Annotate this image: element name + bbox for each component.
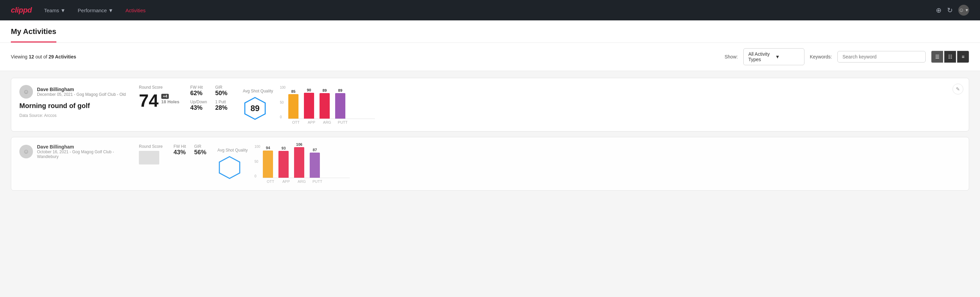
chevron-down-icon: ▼	[775, 54, 799, 59]
avatar: ☺	[19, 85, 33, 99]
view-grid-button[interactable]: ☷	[944, 51, 956, 63]
nav: clippd Teams ▼ Performance ▼ Activities …	[0, 0, 980, 21]
activity-card: ☺ Dave Billingham October 16, 2021 - Gog…	[11, 137, 969, 191]
user-icon: ☺	[23, 148, 29, 155]
round-score-label: Round Score	[139, 85, 179, 90]
round-score-section: Round Score 74 +4 18 Holes	[139, 85, 179, 109]
y-label-100: 100	[280, 86, 286, 89]
y-label-0: 0	[280, 115, 286, 119]
user-info: Dave Billingham October 16, 2021 - Gog M…	[37, 144, 128, 159]
main-content: ✎ ☺ Dave Billingham December 05, 2021 - …	[0, 71, 980, 203]
holes-text: 18 Holes	[161, 99, 179, 105]
quality-label: Avg Shot Quality	[217, 148, 248, 153]
activity-card: ✎ ☺ Dave Billingham December 05, 2021 - …	[11, 78, 969, 131]
two-stats: FW Hit 43% GIR 56%	[173, 144, 207, 156]
card-left: ☺ Dave Billingham October 16, 2021 - Gog…	[19, 144, 128, 162]
view-toggles: ☰ ☷ ≡	[931, 51, 969, 63]
user-date: December 05, 2021 - Gog Magog Golf Club …	[37, 92, 126, 97]
round-score-section: Round Score	[139, 144, 163, 164]
y-label-50: 50	[255, 160, 261, 163]
keywords-label: Keywords:	[810, 54, 832, 59]
viewing-text: Viewing 12 out of 29 Activities	[11, 54, 719, 59]
nav-left: clippd Teams ▼ Performance ▼ Activities	[11, 6, 146, 14]
user-date: October 16, 2021 - Gog Magog Golf Club -…	[37, 150, 128, 159]
user-row: ☺ Dave Billingham October 16, 2021 - Gog…	[19, 144, 128, 159]
fw-hit-stat: FW Hit 43%	[173, 144, 186, 156]
page-header: My Activities	[0, 21, 980, 43]
y-label-50: 50	[280, 101, 286, 104]
stats-grid: FW Hit 62% GIR 50% Up/Down 43% 1 Putt 28…	[190, 85, 232, 112]
chevron-down-icon: ▼	[60, 8, 65, 13]
activity-title[interactable]: Morning round of golf	[19, 102, 128, 110]
bar-chart: 100 50 0 85908989 OTTAPPARGPUTT	[280, 85, 375, 125]
filter-bar: Viewing 12 out of 29 Activities Show: Al…	[0, 43, 980, 71]
score-badge: +4	[161, 94, 169, 99]
y-label-100: 100	[255, 145, 261, 148]
user-info: Dave Billingham December 05, 2021 - Gog …	[37, 87, 126, 97]
updown-stat: Up/Down 43%	[190, 99, 207, 112]
compact-icon: ≡	[962, 54, 964, 59]
user-icon: ☺	[959, 7, 964, 13]
logo[interactable]: clippd	[11, 6, 32, 14]
activity-type-dropdown[interactable]: All Activity Types ▼	[743, 48, 805, 65]
nav-link-teams[interactable]: Teams ▼	[44, 8, 65, 13]
avatar-chevron: ▼	[965, 8, 969, 13]
search-input[interactable]	[837, 51, 926, 62]
quality-hexagon: 89	[243, 96, 267, 121]
quality-hexagon	[217, 155, 242, 180]
svg-marker-1	[220, 156, 240, 179]
user-name: Dave Billingham	[37, 87, 126, 92]
round-score-label: Round Score	[139, 144, 163, 149]
nav-link-performance[interactable]: Performance ▼	[78, 8, 113, 13]
view-list-button[interactable]: ☰	[931, 51, 943, 63]
nav-link-activities[interactable]: Activities	[126, 8, 146, 13]
round-score-value: 74 +4 18 Holes	[139, 92, 179, 109]
gir-stat: GIR 50%	[215, 85, 232, 97]
quality-section: Avg Shot Quality 100 50 0 949310687	[217, 144, 349, 184]
edit-button[interactable]: ✎	[953, 84, 963, 94]
two-stats: FW Hit 62% GIR 50% Up/Down 43% 1 Putt 28…	[190, 85, 232, 112]
y-label-0: 0	[255, 174, 261, 178]
avatar: ☺	[19, 145, 33, 158]
quality-section: Avg Shot Quality 89 100 50 0	[243, 85, 375, 125]
bar-chart-2: 100 50 0 949310687 OTTAPPARGPUTT	[255, 144, 350, 184]
grid-icon: ☷	[948, 54, 953, 59]
user-name: Dave Billingham	[37, 144, 128, 150]
show-label: Show:	[725, 54, 738, 59]
chevron-down-icon: ▼	[108, 8, 113, 13]
user-row: ☺ Dave Billingham December 05, 2021 - Go…	[19, 85, 128, 99]
gir-stat: GIR 56%	[194, 144, 207, 156]
refresh-icon[interactable]: ↻	[947, 6, 953, 14]
stats-grid: FW Hit 43% GIR 56%	[173, 144, 207, 156]
data-source: Data Source: Arccos	[19, 113, 128, 118]
view-compact-button[interactable]: ≡	[957, 51, 969, 63]
fw-hit-stat: FW Hit 62%	[190, 85, 207, 97]
card-left: ☺ Dave Billingham December 05, 2021 - Go…	[19, 85, 128, 118]
oneputt-stat: 1 Putt 28%	[215, 99, 232, 112]
avatar[interactable]: ☺ ▼	[958, 5, 969, 16]
page-title: My Activities	[11, 21, 56, 43]
list-icon: ☰	[935, 54, 940, 59]
user-icon: ☺	[23, 88, 29, 96]
quality-label: Avg Shot Quality	[243, 89, 273, 93]
add-circle-icon[interactable]: ⊕	[936, 6, 942, 14]
nav-right: ⊕ ↻ ☺ ▼	[936, 5, 969, 16]
